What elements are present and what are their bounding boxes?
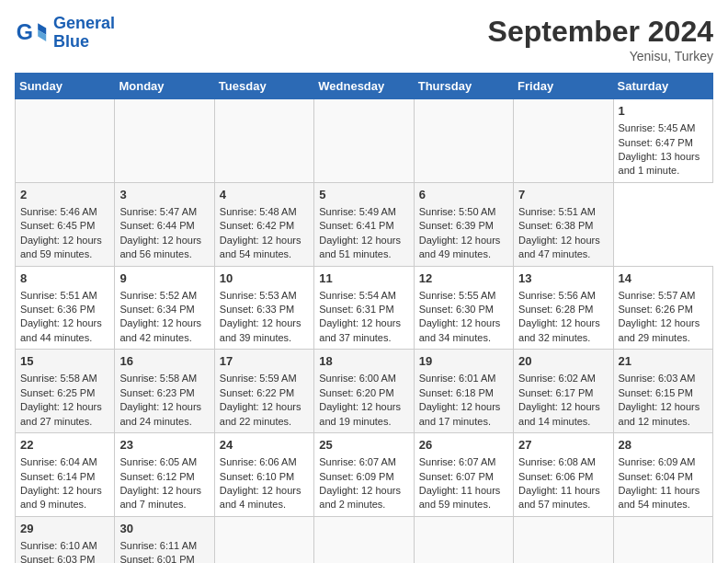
day-header-thursday: Thursday: [414, 74, 513, 99]
day-cell: 12Sunrise: 5:55 AMSunset: 6:30 PMDayligh…: [414, 266, 513, 350]
day-number: 23: [119, 437, 209, 454]
location: Yenisu, Turkey: [488, 49, 713, 63]
week-row: 8Sunrise: 5:51 AMSunset: 6:36 PMDaylight…: [16, 266, 713, 350]
day-cell: 14Sunrise: 5:57 AMSunset: 6:26 PMDayligh…: [613, 266, 712, 350]
day-number: 24: [220, 437, 309, 454]
day-cell: 3Sunrise: 5:47 AMSunset: 6:44 PMDaylight…: [115, 182, 214, 266]
day-cell: 10Sunrise: 5:53 AMSunset: 6:33 PMDayligh…: [214, 266, 313, 350]
day-number: 25: [319, 437, 408, 454]
day-number: 7: [518, 187, 608, 203]
day-number: 22: [20, 437, 109, 454]
day-cell: 25Sunrise: 6:07 AMSunset: 6:09 PMDayligh…: [314, 433, 414, 517]
day-cell: 19Sunrise: 6:01 AMSunset: 6:18 PMDayligh…: [414, 350, 513, 433]
day-header-friday: Friday: [514, 74, 613, 99]
empty-cell: [514, 516, 613, 563]
page-header: G General Blue September 2024 Yenisu, Tu…: [15, 15, 713, 63]
day-number: 27: [518, 437, 608, 454]
day-number: 11: [319, 270, 408, 287]
day-number: 15: [20, 353, 109, 370]
week-row: 22Sunrise: 6:04 AMSunset: 6:14 PMDayligh…: [16, 433, 713, 517]
day-cell: 15Sunrise: 5:58 AMSunset: 6:25 PMDayligh…: [16, 350, 115, 433]
logo: G General Blue: [15, 15, 115, 52]
day-number: 4: [220, 187, 309, 203]
day-number: 30: [119, 521, 209, 537]
week-row: 1Sunrise: 5:45 AMSunset: 6:47 PMDaylight…: [16, 99, 713, 183]
title-block: September 2024 Yenisu, Turkey: [488, 15, 713, 63]
day-number: 28: [619, 437, 708, 454]
day-number: 10: [220, 270, 309, 287]
day-cell: 9Sunrise: 5:52 AMSunset: 6:34 PMDaylight…: [115, 266, 214, 350]
day-cell: 5Sunrise: 5:49 AMSunset: 6:41 PMDaylight…: [314, 182, 414, 266]
empty-cell: [613, 516, 712, 563]
day-number: 17: [220, 353, 309, 370]
day-header-monday: Monday: [115, 74, 214, 99]
day-number: 13: [518, 270, 608, 287]
empty-cell: [16, 99, 115, 183]
svg-text:G: G: [17, 20, 33, 44]
day-cell: 4Sunrise: 5:48 AMSunset: 6:42 PMDaylight…: [214, 182, 313, 266]
day-cell: 26Sunrise: 6:07 AMSunset: 6:07 PMDayligh…: [414, 433, 513, 517]
week-row: 15Sunrise: 5:58 AMSunset: 6:25 PMDayligh…: [16, 350, 713, 433]
day-cell: 7Sunrise: 5:51 AMSunset: 6:38 PMDaylight…: [514, 182, 613, 266]
calendar-header: SundayMondayTuesdayWednesdayThursdayFrid…: [16, 74, 713, 99]
day-cell: 6Sunrise: 5:50 AMSunset: 6:39 PMDaylight…: [414, 182, 513, 266]
month-title: September 2024: [488, 15, 713, 49]
day-header-sunday: Sunday: [16, 74, 115, 99]
day-cell: 29Sunrise: 6:10 AMSunset: 6:03 PMDayligh…: [16, 516, 115, 563]
day-number: 8: [20, 270, 109, 287]
day-number: 9: [119, 270, 209, 287]
day-cell: 18Sunrise: 6:00 AMSunset: 6:20 PMDayligh…: [314, 350, 414, 433]
day-cell: 27Sunrise: 6:08 AMSunset: 6:06 PMDayligh…: [514, 433, 613, 517]
empty-cell: [414, 516, 513, 563]
day-number: 5: [319, 187, 408, 203]
day-number: 19: [419, 353, 508, 370]
day-number: 2: [20, 187, 109, 203]
empty-cell: [514, 99, 613, 183]
day-number: 1: [619, 103, 708, 120]
day-number: 21: [619, 353, 708, 370]
day-cell: 24Sunrise: 6:06 AMSunset: 6:10 PMDayligh…: [214, 433, 313, 517]
day-header-wednesday: Wednesday: [314, 74, 414, 99]
day-number: 29: [20, 521, 109, 537]
header-row: SundayMondayTuesdayWednesdayThursdayFrid…: [16, 74, 713, 99]
empty-cell: [115, 99, 214, 183]
day-number: 18: [319, 353, 408, 370]
day-number: 6: [419, 187, 508, 203]
day-header-saturday: Saturday: [613, 74, 712, 99]
day-number: 16: [119, 353, 209, 370]
day-cell: 2Sunrise: 5:46 AMSunset: 6:45 PMDaylight…: [16, 182, 115, 266]
day-number: 20: [518, 353, 608, 370]
empty-cell: [214, 516, 313, 563]
day-cell: 21Sunrise: 6:03 AMSunset: 6:15 PMDayligh…: [613, 350, 712, 433]
logo-line2: Blue: [53, 32, 89, 51]
day-number: 26: [419, 437, 508, 454]
day-cell: 1Sunrise: 5:45 AMSunset: 6:47 PMDaylight…: [613, 99, 712, 183]
day-header-tuesday: Tuesday: [214, 74, 313, 99]
day-number: 3: [119, 187, 209, 203]
logo-icon: G: [15, 17, 48, 50]
day-cell: 30Sunrise: 6:11 AMSunset: 6:01 PMDayligh…: [115, 516, 214, 563]
week-row: 2Sunrise: 5:46 AMSunset: 6:45 PMDaylight…: [16, 182, 713, 266]
day-cell: 13Sunrise: 5:56 AMSunset: 6:28 PMDayligh…: [514, 266, 613, 350]
calendar-body: 1Sunrise: 5:45 AMSunset: 6:47 PMDaylight…: [16, 99, 713, 564]
day-cell: 16Sunrise: 5:58 AMSunset: 6:23 PMDayligh…: [115, 350, 214, 433]
day-cell: 28Sunrise: 6:09 AMSunset: 6:04 PMDayligh…: [613, 433, 712, 517]
empty-cell: [414, 99, 513, 183]
logo-line1: General: [53, 14, 115, 32]
day-cell: 20Sunrise: 6:02 AMSunset: 6:17 PMDayligh…: [514, 350, 613, 433]
logo-text: General Blue: [53, 15, 115, 52]
day-cell: 23Sunrise: 6:05 AMSunset: 6:12 PMDayligh…: [115, 433, 214, 517]
day-number: 12: [419, 270, 508, 287]
day-cell: 17Sunrise: 5:59 AMSunset: 6:22 PMDayligh…: [214, 350, 313, 433]
calendar-table: SundayMondayTuesdayWednesdayThursdayFrid…: [15, 73, 713, 563]
day-number: 14: [619, 270, 708, 287]
empty-cell: [314, 516, 414, 563]
week-row: 29Sunrise: 6:10 AMSunset: 6:03 PMDayligh…: [16, 516, 713, 563]
day-cell: 22Sunrise: 6:04 AMSunset: 6:14 PMDayligh…: [16, 433, 115, 517]
day-cell: 11Sunrise: 5:54 AMSunset: 6:31 PMDayligh…: [314, 266, 414, 350]
empty-cell: [214, 99, 313, 183]
empty-cell: [314, 99, 414, 183]
day-cell: 8Sunrise: 5:51 AMSunset: 6:36 PMDaylight…: [16, 266, 115, 350]
